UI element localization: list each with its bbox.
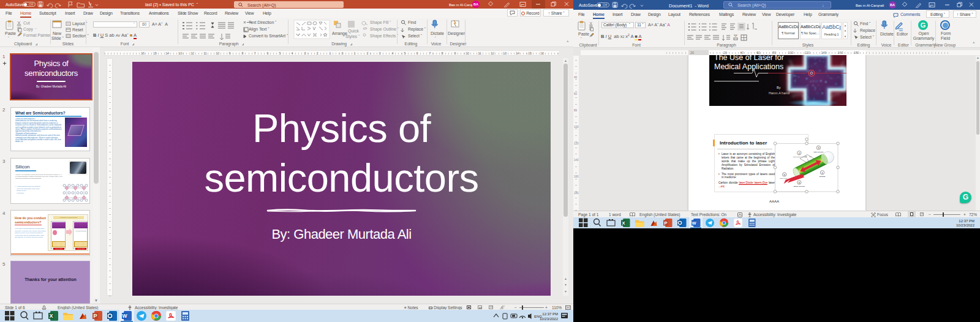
svg-text:Medical Applications: Medical Applications — [714, 62, 783, 71]
svg-text:power source pump: power source pump — [793, 156, 806, 157]
svg-text:W: W — [692, 220, 696, 226]
svg-text:medium: medium — [820, 176, 826, 178]
svg-text:10/23/2022: 10/23/2022 — [540, 317, 559, 321]
svg-text:P: P — [664, 220, 668, 226]
svg-text:X: X — [622, 220, 625, 226]
svg-text:10/23/2022: 10/23/2022 — [956, 223, 975, 227]
svg-text:X: X — [49, 313, 53, 319]
svg-text:total reflector: total reflector — [813, 151, 823, 153]
svg-text:By: By — [777, 86, 781, 89]
svg-text:P: P — [93, 313, 97, 319]
svg-text:laser beam: laser beam — [780, 178, 787, 179]
svg-text:partial reflector: partial reflector — [794, 185, 805, 187]
svg-text:Hamn.A hamil: Hamn.A hamil — [769, 91, 790, 95]
svg-text:12:37 PM: 12:37 PM — [959, 219, 974, 223]
svg-text:W: W — [122, 313, 127, 319]
svg-text:12:37 PM: 12:37 PM — [542, 312, 558, 316]
